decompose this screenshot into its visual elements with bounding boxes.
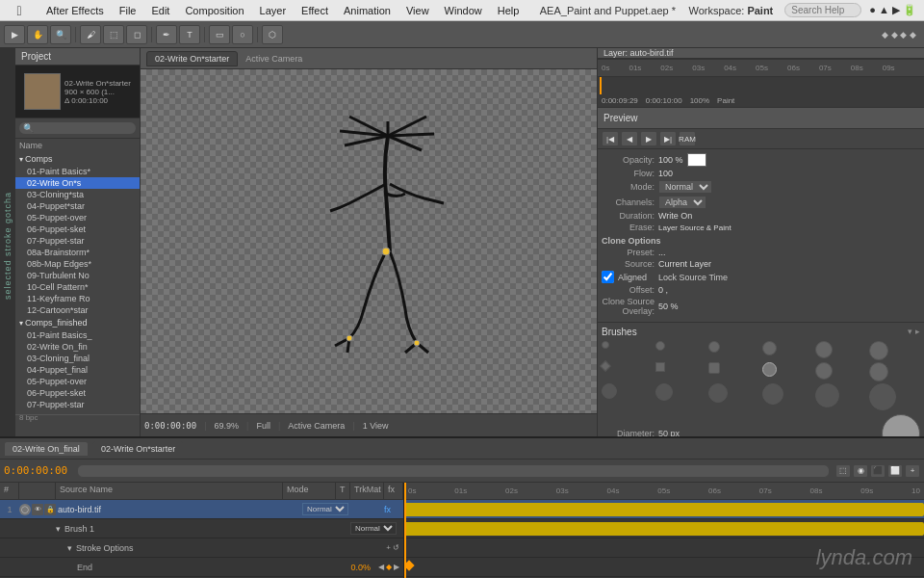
end-value[interactable]: 0.0% bbox=[350, 563, 371, 572]
source-value[interactable]: Current Layer bbox=[658, 259, 711, 269]
project-item-2[interactable]: 03-Cloning*sta bbox=[15, 189, 140, 200]
brush-r3[interactable] bbox=[708, 362, 720, 374]
end-prev-key[interactable]: ◀ bbox=[378, 563, 384, 571]
expand-arrow[interactable]: ▾ bbox=[56, 524, 61, 534]
tl-btn-2[interactable]: ◉ bbox=[853, 464, 868, 478]
project-finished-0[interactable]: 01-Paint Basics_ bbox=[15, 329, 140, 341]
brush-r1[interactable] bbox=[600, 360, 610, 371]
layer-1-lock[interactable]: 🔒 bbox=[44, 504, 56, 515]
preview-play[interactable]: ▶ bbox=[640, 131, 657, 146]
project-item-0[interactable]: 01-Paint Basics* bbox=[15, 166, 140, 177]
project-item-10[interactable]: 10-Cell Pattern* bbox=[15, 281, 140, 293]
timeline-current-time[interactable]: 0:00:00:00 bbox=[4, 464, 67, 477]
preview-prev[interactable]: ◀ bbox=[621, 131, 638, 146]
track-1[interactable] bbox=[404, 500, 924, 519]
menu-help[interactable]: Help bbox=[490, 0, 527, 21]
comps-finished-group[interactable]: Comps_finished bbox=[15, 316, 140, 329]
project-item-12[interactable]: 12-Cartoon*star bbox=[15, 304, 140, 316]
project-finished-3[interactable]: 04-Puppet_final bbox=[15, 364, 140, 376]
project-finished-4[interactable]: 05-Puppet-over bbox=[15, 376, 140, 387]
project-finished-2[interactable]: 03-Cloning_final bbox=[15, 353, 140, 364]
layer-1-vis[interactable]: 👁 bbox=[32, 504, 43, 515]
search-help-box[interactable] bbox=[784, 3, 861, 17]
tool-select[interactable]: ▶ bbox=[4, 25, 25, 44]
end-diamond[interactable]: ◆ bbox=[386, 563, 392, 571]
brush-mode[interactable]: Normal bbox=[350, 522, 403, 535]
project-search-input[interactable] bbox=[18, 121, 137, 135]
diameter-value[interactable]: 50 px bbox=[658, 429, 680, 436]
stroke-add[interactable]: + bbox=[386, 543, 391, 552]
tool-hand[interactable]: ✋ bbox=[27, 25, 48, 44]
tl-btn-1[interactable]: ⬚ bbox=[835, 464, 851, 478]
menu-window[interactable]: Window bbox=[437, 0, 490, 21]
search-help-input[interactable] bbox=[784, 3, 861, 17]
tool-puppet[interactable]: ⬡ bbox=[262, 25, 283, 44]
project-item-8[interactable]: 08b-Map Edges* bbox=[15, 258, 140, 270]
project-item-4[interactable]: 05-Puppet-over bbox=[15, 212, 140, 223]
timeline-tab-starter[interactable]: 02-Write On*starter bbox=[92, 441, 184, 457]
comp-camera[interactable]: Active Camera bbox=[288, 421, 345, 431]
timeline-playhead[interactable] bbox=[404, 483, 406, 578]
layer-1-mode[interactable]: Normal bbox=[302, 503, 355, 515]
brush-9[interactable] bbox=[762, 341, 777, 355]
comp-tab[interactable]: 02-Write On*starter bbox=[146, 51, 238, 66]
project-item-11[interactable]: 11-Keyframe Ro bbox=[15, 293, 140, 304]
project-item-1[interactable]: 02-Write On*s bbox=[15, 177, 140, 189]
project-finished-6[interactable]: 07-Puppet-star bbox=[15, 399, 140, 410]
brush-s6[interactable] bbox=[869, 383, 896, 410]
brush-s3[interactable] bbox=[708, 383, 728, 403]
project-item-9[interactable]: 09-Turbulent No bbox=[15, 270, 140, 281]
menu-edit[interactable]: Edit bbox=[143, 0, 177, 21]
tool-eraser[interactable]: ◻ bbox=[126, 25, 147, 44]
erase-value[interactable]: Layer Source & Paint bbox=[658, 223, 732, 232]
brushes-collapse[interactable]: ▾ ▸ bbox=[908, 327, 920, 337]
brush-r6[interactable] bbox=[869, 362, 888, 381]
menu-aftereffects[interactable]: After Effects bbox=[38, 0, 112, 21]
duration-value[interactable]: Write On bbox=[658, 211, 692, 221]
menu-view[interactable]: View bbox=[398, 0, 437, 21]
brush-r5[interactable] bbox=[815, 362, 833, 380]
brush-5[interactable] bbox=[708, 341, 720, 353]
menu-animation[interactable]: Animation bbox=[336, 0, 398, 21]
color-swatch-white[interactable] bbox=[687, 153, 706, 167]
channels-select[interactable]: Alpha bbox=[658, 196, 706, 209]
comp-resolution[interactable]: Full bbox=[256, 421, 270, 431]
brush-r4[interactable] bbox=[762, 362, 777, 377]
project-item-6[interactable]: 07-Puppet-star bbox=[15, 235, 140, 247]
tl-btn-5[interactable]: + bbox=[905, 464, 920, 478]
brush-11[interactable] bbox=[815, 341, 833, 358]
layer-1-solo[interactable]: ◯ bbox=[19, 504, 31, 515]
mode-select[interactable]: Normal bbox=[658, 180, 712, 194]
brush-1[interactable] bbox=[602, 341, 609, 349]
layer-row-1[interactable]: 1 ◯ 👁 🔒 auto-bird.tif Normal fx bbox=[0, 500, 403, 519]
clone-overlay-value[interactable]: 50 % bbox=[658, 302, 679, 311]
offset-value[interactable]: 0 , bbox=[658, 285, 668, 295]
project-item-5[interactable]: 06-Puppet-sket bbox=[15, 223, 140, 235]
opacity-value[interactable]: 100 % bbox=[658, 155, 683, 165]
stroke-reset[interactable]: ↺ bbox=[393, 543, 399, 552]
tool-shape-ellipse[interactable]: ○ bbox=[232, 25, 253, 44]
tool-brush[interactable]: 🖌 bbox=[80, 25, 101, 44]
brush-s4[interactable] bbox=[762, 383, 783, 405]
track-brush-1[interactable] bbox=[404, 519, 924, 539]
flow-value[interactable]: 100 bbox=[658, 169, 673, 178]
tool-shape-rect[interactable]: ▭ bbox=[209, 25, 230, 44]
stroke-arrow[interactable]: ▾ bbox=[67, 543, 72, 553]
brush-s2[interactable] bbox=[655, 383, 673, 401]
menu-layer[interactable]: Layer bbox=[252, 0, 295, 21]
project-item-7[interactable]: 08a-Brainstorm* bbox=[15, 247, 140, 258]
layer-tab[interactable]: Layer: auto-bird.tif bbox=[603, 48, 674, 58]
layer-1-fx[interactable]: fx bbox=[384, 505, 403, 514]
preview-ram[interactable]: RAM bbox=[679, 131, 696, 146]
comp-zoom[interactable]: 69.9% bbox=[215, 421, 240, 431]
comps-group[interactable]: Comps bbox=[15, 152, 140, 166]
brush-13[interactable] bbox=[869, 341, 888, 360]
comp-view[interactable]: 1 View bbox=[363, 421, 389, 431]
tool-clone[interactable]: ⬚ bbox=[103, 25, 124, 44]
preset-value[interactable]: ... bbox=[658, 248, 666, 257]
brush-r2[interactable] bbox=[655, 362, 665, 372]
preview-first[interactable]: |◀ bbox=[602, 131, 619, 146]
project-finished-5[interactable]: 06-Puppet-sket bbox=[15, 387, 140, 399]
tl-btn-4[interactable]: ⬜ bbox=[887, 464, 903, 478]
project-finished-1[interactable]: 02-Write On_fin bbox=[15, 341, 140, 353]
